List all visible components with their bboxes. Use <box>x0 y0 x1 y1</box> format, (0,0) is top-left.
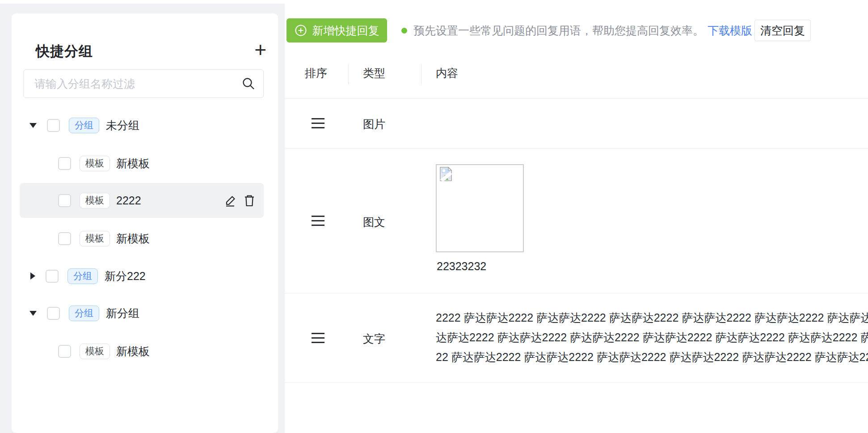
add-reply-label: 新增快捷回复 <box>312 23 379 38</box>
search-input[interactable] <box>23 69 264 98</box>
reply-thumbnail[interactable] <box>436 164 524 252</box>
reply-panel: 新增快捷回复 预先设置一些常见问题的回复用语，帮助您提高回复效率。 下载模版 清… <box>285 0 868 433</box>
table-row: 图片 <box>285 98 868 149</box>
add-group-button[interactable]: + <box>254 39 266 60</box>
edit-icon[interactable] <box>224 194 237 207</box>
tree-item-template[interactable]: 模板 新模板 <box>20 221 264 256</box>
caret-right-icon[interactable] <box>30 272 35 280</box>
caret-down-icon[interactable] <box>29 311 37 316</box>
column-header-type: 类型 <box>363 66 385 81</box>
reply-caption: 22323232 <box>437 260 486 273</box>
caret-down-icon[interactable] <box>29 123 37 128</box>
template-badge: 模板 <box>80 344 110 359</box>
reply-type: 文字 <box>363 331 385 346</box>
delete-icon[interactable] <box>243 194 256 207</box>
clear-replies-button[interactable]: 清空回复 <box>754 20 811 41</box>
reply-text: 2222 萨达萨达2222 萨达萨达2222 萨达萨达2222 萨达萨达2222… <box>436 308 868 367</box>
group-search <box>23 69 264 98</box>
tree-item-label[interactable]: 新模板 <box>116 231 150 246</box>
plus-circle-icon <box>295 24 307 37</box>
bullet-icon <box>401 28 407 34</box>
column-header-sort: 排序 <box>305 66 327 81</box>
group-badge: 分组 <box>69 306 99 321</box>
drag-handle-icon[interactable] <box>312 333 324 343</box>
tree-item-group[interactable]: 分组 新分组 <box>20 296 264 331</box>
column-header-content: 内容 <box>436 66 458 81</box>
page-title: 快捷分组 <box>36 42 93 61</box>
group-badge: 分组 <box>67 268 98 284</box>
tree-item-label[interactable]: 2222 <box>116 194 141 207</box>
checkbox[interactable] <box>47 119 60 132</box>
table-row: 文字 2222 萨达萨达2222 萨达萨达2222 萨达萨达2222 萨达萨达2… <box>285 293 868 383</box>
reply-type: 图文 <box>363 215 385 229</box>
tree-item-template[interactable]: 模板 新模板 <box>20 146 264 181</box>
checkbox[interactable] <box>58 157 71 170</box>
checkbox[interactable] <box>47 307 60 320</box>
tree-item-template-selected[interactable]: 模板 2222 <box>20 183 264 218</box>
table-header: 排序 类型 内容 <box>285 47 868 99</box>
column-divider <box>348 64 349 85</box>
column-divider <box>421 64 421 85</box>
tree-item-group[interactable]: 分组 新分222 <box>20 259 264 293</box>
table-row: 图文 22323232 <box>285 148 868 293</box>
template-badge: 模板 <box>80 193 110 208</box>
drag-handle-icon[interactable] <box>312 118 324 128</box>
checkbox[interactable] <box>58 194 71 207</box>
tree-item-group[interactable]: 分组 未分组 <box>20 108 264 143</box>
checkbox[interactable] <box>46 270 59 283</box>
drag-handle-icon[interactable] <box>312 216 324 226</box>
add-reply-button[interactable]: 新增快捷回复 <box>287 18 387 42</box>
tree-item-label[interactable]: 未分组 <box>106 118 139 133</box>
search-icon[interactable] <box>241 76 256 91</box>
tree-item-label[interactable]: 新模板 <box>116 344 150 359</box>
broken-image-icon <box>438 166 453 182</box>
reply-type: 图片 <box>363 117 385 132</box>
download-template-link[interactable]: 下载模版 <box>708 23 752 38</box>
template-badge: 模板 <box>80 231 110 246</box>
tree-item-template[interactable]: 模板 新模板 <box>20 334 264 369</box>
checkbox[interactable] <box>58 232 71 245</box>
tree-item-label[interactable]: 新模板 <box>116 156 150 171</box>
tree-item-label[interactable]: 新分222 <box>105 269 146 284</box>
group-panel: 快捷分组 + 分组 未分组 模板 新模板 模板 222 <box>12 13 278 433</box>
group-badge: 分组 <box>69 118 99 133</box>
template-badge: 模板 <box>80 156 110 171</box>
checkbox[interactable] <box>58 345 71 358</box>
tip-text: 预先设置一些常见问题的回复用语，帮助您提高回复效率。 <box>413 23 704 38</box>
tree-item-label[interactable]: 新分组 <box>106 306 139 321</box>
toolbar-tip: 预先设置一些常见问题的回复用语，帮助您提高回复效率。 下载模版 <box>401 18 752 42</box>
